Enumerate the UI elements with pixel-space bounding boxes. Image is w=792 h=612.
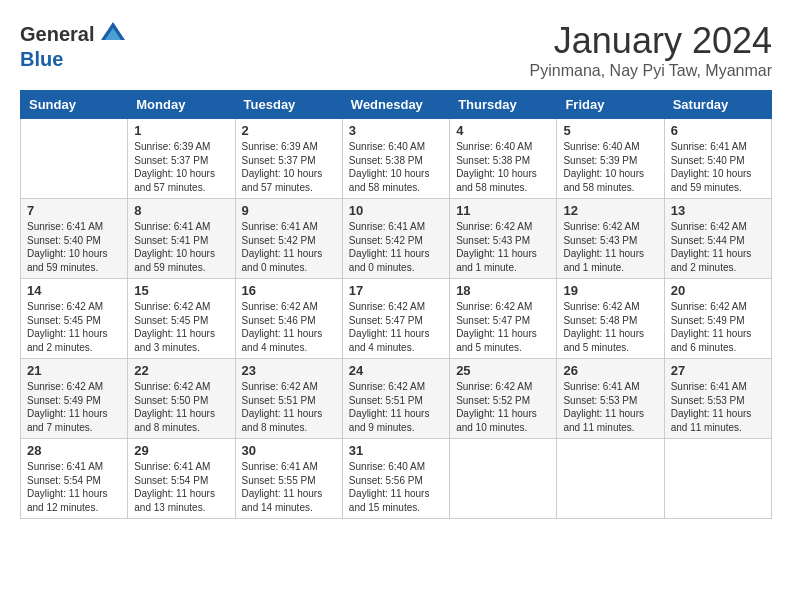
day-number: 13 bbox=[671, 203, 765, 218]
day-info: Sunrise: 6:41 AM Sunset: 5:54 PM Dayligh… bbox=[134, 460, 228, 514]
day-info: Sunrise: 6:42 AM Sunset: 5:45 PM Dayligh… bbox=[134, 300, 228, 354]
day-number: 26 bbox=[563, 363, 657, 378]
table-row: 16Sunrise: 6:42 AM Sunset: 5:46 PM Dayli… bbox=[235, 279, 342, 359]
table-row: 30Sunrise: 6:41 AM Sunset: 5:55 PM Dayli… bbox=[235, 439, 342, 519]
table-row: 20Sunrise: 6:42 AM Sunset: 5:49 PM Dayli… bbox=[664, 279, 771, 359]
day-info: Sunrise: 6:41 AM Sunset: 5:40 PM Dayligh… bbox=[27, 220, 121, 274]
table-row: 28Sunrise: 6:41 AM Sunset: 5:54 PM Dayli… bbox=[21, 439, 128, 519]
table-row: 13Sunrise: 6:42 AM Sunset: 5:44 PM Dayli… bbox=[664, 199, 771, 279]
day-number: 14 bbox=[27, 283, 121, 298]
day-number: 21 bbox=[27, 363, 121, 378]
table-row: 4Sunrise: 6:40 AM Sunset: 5:38 PM Daylig… bbox=[450, 119, 557, 199]
table-row bbox=[664, 439, 771, 519]
day-number: 22 bbox=[134, 363, 228, 378]
month-title: January 2024 bbox=[530, 20, 772, 62]
calendar-week: 1Sunrise: 6:39 AM Sunset: 5:37 PM Daylig… bbox=[21, 119, 772, 199]
header-row: Sunday Monday Tuesday Wednesday Thursday… bbox=[21, 91, 772, 119]
table-row: 18Sunrise: 6:42 AM Sunset: 5:47 PM Dayli… bbox=[450, 279, 557, 359]
col-monday: Monday bbox=[128, 91, 235, 119]
day-number: 7 bbox=[27, 203, 121, 218]
table-row: 24Sunrise: 6:42 AM Sunset: 5:51 PM Dayli… bbox=[342, 359, 449, 439]
table-row bbox=[450, 439, 557, 519]
table-row: 10Sunrise: 6:41 AM Sunset: 5:42 PM Dayli… bbox=[342, 199, 449, 279]
table-row: 19Sunrise: 6:42 AM Sunset: 5:48 PM Dayli… bbox=[557, 279, 664, 359]
table-row: 3Sunrise: 6:40 AM Sunset: 5:38 PM Daylig… bbox=[342, 119, 449, 199]
day-info: Sunrise: 6:42 AM Sunset: 5:52 PM Dayligh… bbox=[456, 380, 550, 434]
day-number: 25 bbox=[456, 363, 550, 378]
day-number: 27 bbox=[671, 363, 765, 378]
day-number: 30 bbox=[242, 443, 336, 458]
day-info: Sunrise: 6:42 AM Sunset: 5:46 PM Dayligh… bbox=[242, 300, 336, 354]
day-number: 8 bbox=[134, 203, 228, 218]
col-tuesday: Tuesday bbox=[235, 91, 342, 119]
day-number: 2 bbox=[242, 123, 336, 138]
calendar-week: 14Sunrise: 6:42 AM Sunset: 5:45 PM Dayli… bbox=[21, 279, 772, 359]
day-info: Sunrise: 6:42 AM Sunset: 5:47 PM Dayligh… bbox=[456, 300, 550, 354]
day-number: 11 bbox=[456, 203, 550, 218]
day-number: 1 bbox=[134, 123, 228, 138]
day-info: Sunrise: 6:42 AM Sunset: 5:43 PM Dayligh… bbox=[563, 220, 657, 274]
day-info: Sunrise: 6:42 AM Sunset: 5:49 PM Dayligh… bbox=[671, 300, 765, 354]
day-info: Sunrise: 6:41 AM Sunset: 5:55 PM Dayligh… bbox=[242, 460, 336, 514]
day-info: Sunrise: 6:41 AM Sunset: 5:53 PM Dayligh… bbox=[671, 380, 765, 434]
table-row: 5Sunrise: 6:40 AM Sunset: 5:39 PM Daylig… bbox=[557, 119, 664, 199]
day-number: 4 bbox=[456, 123, 550, 138]
day-number: 23 bbox=[242, 363, 336, 378]
logo-general: General bbox=[20, 23, 94, 45]
day-info: Sunrise: 6:42 AM Sunset: 5:48 PM Dayligh… bbox=[563, 300, 657, 354]
day-number: 18 bbox=[456, 283, 550, 298]
table-row: 22Sunrise: 6:42 AM Sunset: 5:50 PM Dayli… bbox=[128, 359, 235, 439]
day-info: Sunrise: 6:40 AM Sunset: 5:39 PM Dayligh… bbox=[563, 140, 657, 194]
col-friday: Friday bbox=[557, 91, 664, 119]
day-number: 28 bbox=[27, 443, 121, 458]
day-info: Sunrise: 6:39 AM Sunset: 5:37 PM Dayligh… bbox=[134, 140, 228, 194]
header: General Blue January 2024 Pyinmana, Nay … bbox=[20, 20, 772, 80]
day-info: Sunrise: 6:40 AM Sunset: 5:38 PM Dayligh… bbox=[349, 140, 443, 194]
day-number: 19 bbox=[563, 283, 657, 298]
table-row: 31Sunrise: 6:40 AM Sunset: 5:56 PM Dayli… bbox=[342, 439, 449, 519]
col-thursday: Thursday bbox=[450, 91, 557, 119]
day-number: 31 bbox=[349, 443, 443, 458]
calendar-header: Sunday Monday Tuesday Wednesday Thursday… bbox=[21, 91, 772, 119]
day-number: 6 bbox=[671, 123, 765, 138]
subtitle: Pyinmana, Nay Pyi Taw, Myanmar bbox=[530, 62, 772, 80]
table-row: 21Sunrise: 6:42 AM Sunset: 5:49 PM Dayli… bbox=[21, 359, 128, 439]
day-number: 16 bbox=[242, 283, 336, 298]
day-number: 10 bbox=[349, 203, 443, 218]
day-info: Sunrise: 6:42 AM Sunset: 5:44 PM Dayligh… bbox=[671, 220, 765, 274]
table-row: 29Sunrise: 6:41 AM Sunset: 5:54 PM Dayli… bbox=[128, 439, 235, 519]
col-saturday: Saturday bbox=[664, 91, 771, 119]
table-row: 27Sunrise: 6:41 AM Sunset: 5:53 PM Dayli… bbox=[664, 359, 771, 439]
day-info: Sunrise: 6:42 AM Sunset: 5:47 PM Dayligh… bbox=[349, 300, 443, 354]
table-row: 11Sunrise: 6:42 AM Sunset: 5:43 PM Dayli… bbox=[450, 199, 557, 279]
day-number: 15 bbox=[134, 283, 228, 298]
col-wednesday: Wednesday bbox=[342, 91, 449, 119]
day-info: Sunrise: 6:42 AM Sunset: 5:43 PM Dayligh… bbox=[456, 220, 550, 274]
day-info: Sunrise: 6:42 AM Sunset: 5:50 PM Dayligh… bbox=[134, 380, 228, 434]
table-row: 12Sunrise: 6:42 AM Sunset: 5:43 PM Dayli… bbox=[557, 199, 664, 279]
calendar: Sunday Monday Tuesday Wednesday Thursday… bbox=[20, 90, 772, 519]
day-number: 20 bbox=[671, 283, 765, 298]
table-row: 25Sunrise: 6:42 AM Sunset: 5:52 PM Dayli… bbox=[450, 359, 557, 439]
day-info: Sunrise: 6:41 AM Sunset: 5:40 PM Dayligh… bbox=[671, 140, 765, 194]
table-row: 23Sunrise: 6:42 AM Sunset: 5:51 PM Dayli… bbox=[235, 359, 342, 439]
table-row: 9Sunrise: 6:41 AM Sunset: 5:42 PM Daylig… bbox=[235, 199, 342, 279]
day-info: Sunrise: 6:40 AM Sunset: 5:56 PM Dayligh… bbox=[349, 460, 443, 514]
table-row bbox=[21, 119, 128, 199]
table-row bbox=[557, 439, 664, 519]
table-row: 8Sunrise: 6:41 AM Sunset: 5:41 PM Daylig… bbox=[128, 199, 235, 279]
table-row: 2Sunrise: 6:39 AM Sunset: 5:37 PM Daylig… bbox=[235, 119, 342, 199]
day-info: Sunrise: 6:41 AM Sunset: 5:42 PM Dayligh… bbox=[242, 220, 336, 274]
logo-blue: Blue bbox=[20, 48, 63, 70]
day-info: Sunrise: 6:42 AM Sunset: 5:49 PM Dayligh… bbox=[27, 380, 121, 434]
calendar-week: 7Sunrise: 6:41 AM Sunset: 5:40 PM Daylig… bbox=[21, 199, 772, 279]
day-info: Sunrise: 6:42 AM Sunset: 5:45 PM Dayligh… bbox=[27, 300, 121, 354]
table-row: 6Sunrise: 6:41 AM Sunset: 5:40 PM Daylig… bbox=[664, 119, 771, 199]
day-info: Sunrise: 6:41 AM Sunset: 5:42 PM Dayligh… bbox=[349, 220, 443, 274]
table-row: 26Sunrise: 6:41 AM Sunset: 5:53 PM Dayli… bbox=[557, 359, 664, 439]
day-info: Sunrise: 6:41 AM Sunset: 5:41 PM Dayligh… bbox=[134, 220, 228, 274]
day-info: Sunrise: 6:42 AM Sunset: 5:51 PM Dayligh… bbox=[349, 380, 443, 434]
day-number: 12 bbox=[563, 203, 657, 218]
day-number: 5 bbox=[563, 123, 657, 138]
day-number: 9 bbox=[242, 203, 336, 218]
